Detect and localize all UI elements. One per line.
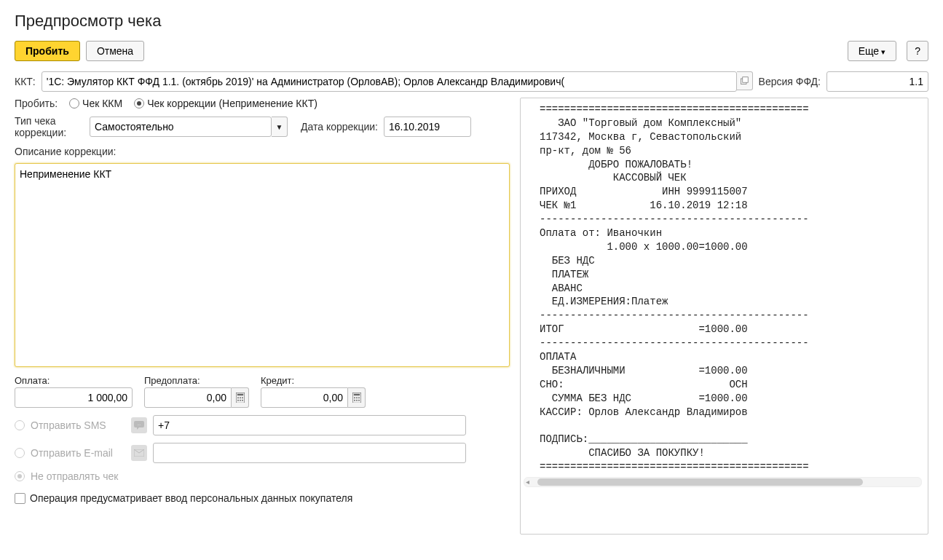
svg-point-4 [237, 397, 239, 398]
send-email-row: Отправить E-mail [15, 443, 510, 463]
svg-rect-11 [353, 394, 359, 395]
oplata-input[interactable] [15, 387, 133, 408]
kkt-input[interactable] [42, 71, 737, 92]
correction-date-input[interactable] [384, 117, 471, 137]
svg-rect-1 [743, 77, 749, 83]
payment-row: Оплата: Предоплата: Кредит: [15, 375, 510, 408]
svg-point-5 [240, 397, 241, 398]
more-button[interactable]: Еще [848, 41, 897, 61]
description-label: Описание коррекции: [15, 146, 116, 157]
radio-icon [15, 448, 25, 458]
svg-point-14 [358, 397, 360, 398]
svg-point-6 [242, 397, 243, 398]
correction-date-label: Дата коррекции: [301, 121, 378, 133]
ffd-input[interactable] [826, 71, 928, 92]
radio-label: Чек коррекции (Неприменение ККТ) [147, 98, 317, 109]
personal-data-checkbox[interactable] [15, 493, 25, 504]
svg-point-7 [237, 400, 239, 401]
email-icon [131, 445, 147, 461]
credit-label: Кредит: [261, 375, 366, 386]
predoplata-label: Предоплата: [144, 375, 249, 386]
receipt-preview[interactable]: ========================================… [520, 98, 928, 535]
svg-point-15 [354, 400, 355, 401]
send-sms-label: Отправить SMS [31, 419, 125, 431]
sms-icon: ··· [131, 417, 147, 433]
personal-data-row: Операция предусматривает ввод персональн… [15, 492, 510, 504]
chevron-down-icon[interactable]: ▼ [272, 117, 288, 137]
calculator-icon[interactable] [232, 387, 249, 408]
radio-icon [15, 471, 25, 481]
radio-chek-kkm[interactable]: Чек ККМ [69, 98, 122, 109]
scroll-left-icon: ◂ [526, 478, 529, 486]
email-input[interactable] [153, 443, 466, 463]
credit-input[interactable] [261, 387, 348, 408]
horizontal-scrollbar[interactable]: ◂ [524, 477, 922, 487]
radio-icon [69, 98, 79, 109]
calculator-icon[interactable] [348, 387, 366, 408]
ffd-label: Версия ФФД: [759, 76, 821, 87]
svg-point-13 [356, 397, 358, 398]
send-none-row: Не отправлять чек [15, 470, 510, 482]
sms-input[interactable] [153, 415, 466, 435]
scroll-thumb[interactable] [537, 478, 863, 486]
svg-point-17 [358, 400, 360, 401]
send-email-label: Отправить E-mail [31, 447, 125, 459]
send-none-label: Не отправлять чек [31, 470, 119, 482]
radio-icon [15, 420, 25, 430]
personal-data-label: Операция предусматривает ввод персональн… [30, 492, 352, 504]
cancel-button[interactable]: Отмена [86, 41, 144, 61]
oplata-label: Оплата: [15, 375, 133, 386]
probity-button[interactable]: Пробить [15, 41, 80, 61]
svg-point-12 [354, 397, 355, 398]
send-sms-row: Отправить SMS ··· [15, 415, 510, 435]
svg-point-16 [356, 400, 358, 401]
predoplata-input[interactable] [144, 387, 232, 408]
svg-point-8 [240, 400, 241, 401]
receipt-text: ========================================… [540, 103, 922, 474]
help-button[interactable]: ? [907, 41, 928, 61]
probity-mode-group: Пробить: Чек ККМ Чек коррекции (Непримен… [15, 98, 510, 109]
radio-icon [134, 98, 144, 109]
svg-text:···: ··· [138, 422, 141, 427]
correction-type-input[interactable] [90, 117, 272, 137]
kkt-label: ККТ: [15, 76, 36, 87]
radio-label: Чек ККМ [82, 98, 122, 109]
toolbar: Пробить Отмена Еще ? [15, 41, 928, 61]
description-textarea[interactable]: Неприменение ККТ [15, 163, 510, 367]
probity-mode-label: Пробить: [15, 98, 58, 109]
correction-type-row: Тип чека коррекции: ▼ Дата коррекции: [15, 115, 510, 138]
kkt-row: ККТ: Версия ФФД: [15, 71, 928, 92]
radio-chek-correction[interactable]: Чек коррекции (Неприменение ККТ) [134, 98, 317, 109]
svg-rect-3 [237, 394, 242, 395]
correction-type-label: Тип чека коррекции: [15, 115, 84, 138]
open-link-icon[interactable] [737, 71, 753, 90]
svg-point-9 [242, 400, 243, 401]
page-title: Предпросмотр чека [15, 12, 928, 31]
